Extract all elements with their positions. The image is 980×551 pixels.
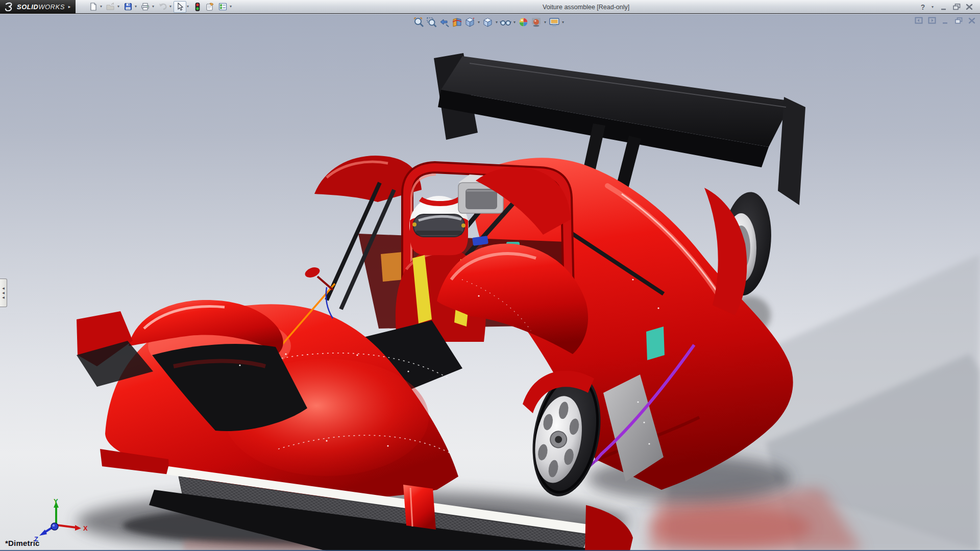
teal-accent xyxy=(646,327,665,360)
window-controls: ? ▾ xyxy=(918,1,974,13)
headsup-view-toolbar: ▾ ▾ ▾ xyxy=(412,16,566,29)
rebuild-button[interactable] xyxy=(191,1,204,13)
view-orientation-button[interactable] xyxy=(463,16,476,29)
section-view-icon xyxy=(452,17,462,28)
zoom-to-area-button[interactable] xyxy=(425,16,438,29)
restore-button[interactable] xyxy=(952,3,961,12)
undo-dropdown-caret[interactable]: ▾ xyxy=(169,5,172,9)
open-dropdown-caret[interactable]: ▾ xyxy=(117,5,119,9)
zoom-to-area-icon xyxy=(426,17,437,28)
display-style-icon xyxy=(482,17,493,28)
open-document-button[interactable] xyxy=(104,1,117,13)
pane-left-icon xyxy=(915,17,923,24)
tab-arrow-icon: ◀ xyxy=(2,296,5,299)
minimize-icon xyxy=(941,4,947,10)
close-button[interactable] xyxy=(965,3,974,12)
document-window-controls xyxy=(914,16,976,24)
doc-restore-button[interactable] xyxy=(954,16,963,24)
help-dropdown-caret[interactable]: ▾ xyxy=(932,5,934,9)
help-button[interactable]: ? xyxy=(918,3,927,12)
pane-right-button[interactable] xyxy=(927,16,937,24)
zoom-to-fit-button[interactable] xyxy=(412,16,425,29)
save-button[interactable] xyxy=(121,1,134,13)
pane-left-button[interactable] xyxy=(914,16,923,24)
graphics-area[interactable]: ▾ ▾ ▾ xyxy=(0,14,980,551)
doc-minimize-icon xyxy=(942,17,949,24)
tab-arrow-icon: ◀ xyxy=(2,291,5,294)
view-orientation-icon xyxy=(464,17,475,28)
previous-view-icon xyxy=(439,17,450,28)
model-render xyxy=(0,14,980,551)
previous-view-button[interactable] xyxy=(438,16,451,29)
title-bar: SOLIDWORKS ▸ ▾ ▾ xyxy=(0,0,980,14)
zoom-to-fit-icon xyxy=(413,17,424,28)
tab-arrow-icon: ◀ xyxy=(2,287,5,290)
restore-icon xyxy=(953,4,961,10)
pane-right-icon xyxy=(928,17,936,24)
doc-close-icon xyxy=(968,17,975,24)
rebuild-icon xyxy=(195,3,200,11)
apply-scene-caret[interactable]: ▾ xyxy=(544,20,546,24)
new-document-button[interactable] xyxy=(87,1,100,13)
triad-x-label: X xyxy=(83,524,88,532)
edit-appearance-button[interactable] xyxy=(517,16,530,29)
view-settings-icon xyxy=(549,17,560,28)
minimize-button[interactable] xyxy=(939,3,948,12)
edit-appearance-icon xyxy=(518,17,529,28)
doc-restore-icon xyxy=(955,17,963,24)
close-icon xyxy=(966,4,973,10)
view-orientation-caret[interactable]: ▾ xyxy=(478,20,480,24)
select-cursor-icon xyxy=(177,3,184,11)
view-settings-caret[interactable]: ▾ xyxy=(562,20,564,24)
menu-expand-icon[interactable]: ▸ xyxy=(68,4,71,9)
options-button[interactable] xyxy=(204,1,216,13)
print-dropdown-caret[interactable]: ▾ xyxy=(152,5,154,9)
apply-scene-button[interactable] xyxy=(530,16,543,29)
hide-show-items-caret[interactable]: ▾ xyxy=(513,20,516,24)
save-icon xyxy=(124,3,132,11)
open-document-icon xyxy=(106,3,115,11)
select-cursor-button[interactable] xyxy=(174,1,186,13)
triad-y-label: Y xyxy=(54,498,58,505)
apply-scene-icon xyxy=(531,17,542,28)
solidworks-logo[interactable]: SOLIDWORKS ▸ xyxy=(0,0,76,14)
new-dropdown-caret[interactable]: ▾ xyxy=(100,5,102,9)
solidworks-window: SOLIDWORKS ▸ ▾ ▾ xyxy=(0,0,980,551)
print-button[interactable] xyxy=(139,1,152,13)
feature-manager-collapsed-tab[interactable]: ◀ ◀ ◀ xyxy=(0,279,7,307)
brand-name: SOLIDWORKS xyxy=(17,3,65,11)
save-dropdown-caret[interactable]: ▾ xyxy=(135,5,137,9)
hide-show-items-icon xyxy=(500,17,511,28)
display-style-button[interactable] xyxy=(481,16,494,29)
file-properties-icon xyxy=(218,3,227,11)
hide-show-items-button[interactable] xyxy=(499,16,512,29)
file-properties-button[interactable] xyxy=(216,1,229,13)
undo-button[interactable] xyxy=(156,1,169,13)
print-icon xyxy=(141,3,150,11)
doc-minimize-button[interactable] xyxy=(941,16,950,24)
ds-swirl-icon xyxy=(4,2,14,11)
section-view-button[interactable] xyxy=(451,16,463,29)
view-orientation-label: *Dimetric xyxy=(5,539,40,547)
rear-wheel xyxy=(704,188,776,315)
new-document-icon xyxy=(89,3,97,11)
undo-icon xyxy=(158,3,167,11)
view-settings-button[interactable] xyxy=(548,16,560,29)
standard-toolbar: ▾ ▾ ▾ xyxy=(87,1,234,13)
select-dropdown-caret[interactable]: ▾ xyxy=(187,5,189,9)
window-title: Voiture assomblee [Read-only] xyxy=(543,4,629,11)
file-properties-dropdown-caret[interactable]: ▾ xyxy=(230,5,232,9)
doc-close-button[interactable] xyxy=(967,16,976,24)
display-style-caret[interactable]: ▾ xyxy=(496,20,498,24)
options-icon xyxy=(206,3,214,11)
